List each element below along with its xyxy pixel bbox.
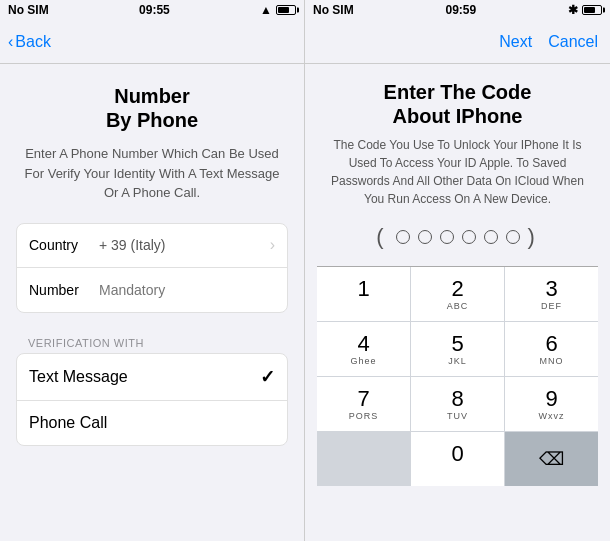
country-row[interactable]: Country + 39 (Italy) › — [17, 224, 287, 268]
key-6[interactable]: 6 MNO — [505, 322, 598, 376]
right-panel: No SIM 09:59 ✱ Next Cancel Enter The Cod… — [305, 0, 610, 541]
key-5[interactable]: 5 JKL — [411, 322, 504, 376]
key-4[interactable]: 4 Ghee — [317, 322, 410, 376]
right-status-icons: ✱ — [568, 3, 602, 17]
verification-header: VERIFICATION WITH — [16, 329, 288, 353]
next-button[interactable]: Next — [499, 33, 532, 51]
right-content: Enter The Code About IPhone The Code You… — [305, 64, 610, 541]
back-label[interactable]: Back — [15, 33, 51, 51]
left-nav-bar: ‹ Back — [0, 20, 304, 64]
number-label: Number — [29, 282, 99, 298]
left-title: Number By Phone — [16, 84, 288, 132]
dot-6 — [506, 230, 520, 244]
wifi-icon: ▲ — [260, 3, 272, 17]
cancel-button[interactable]: Cancel — [548, 33, 598, 51]
dot-3 — [440, 230, 454, 244]
phone-call-label: Phone Call — [29, 414, 275, 432]
right-paren: ) — [528, 224, 539, 250]
battery-icon — [276, 5, 296, 15]
right-carrier: No SIM — [313, 3, 354, 17]
key-2[interactable]: 2 ABC — [411, 267, 504, 321]
code-dots-container: ( ) — [376, 224, 539, 250]
dot-4 — [462, 230, 476, 244]
left-time: 09:55 — [139, 3, 170, 17]
left-description: Enter A Phone Number Which Can Be Used F… — [16, 144, 288, 203]
right-nav-bar: Next Cancel — [305, 20, 610, 64]
key-empty — [317, 432, 410, 486]
checkmark-icon: ✓ — [260, 366, 275, 388]
number-row[interactable]: Number — [17, 268, 287, 312]
left-status-icons: ▲ — [260, 3, 296, 17]
dot-2 — [418, 230, 432, 244]
number-input[interactable] — [99, 282, 275, 298]
key-9[interactable]: 9 Wxvz — [505, 377, 598, 431]
country-value: + 39 (Italy) — [99, 237, 270, 253]
left-content: Number By Phone Enter A Phone Number Whi… — [0, 64, 304, 446]
dot-5 — [484, 230, 498, 244]
phone-form: Country + 39 (Italy) › Number — [16, 223, 288, 313]
delete-icon: ⌫ — [539, 448, 564, 470]
right-time: 09:59 — [445, 3, 476, 17]
key-delete[interactable]: ⌫ — [505, 432, 598, 486]
key-8[interactable]: 8 TUV — [411, 377, 504, 431]
back-button[interactable]: ‹ Back — [8, 33, 51, 51]
back-chevron-icon: ‹ — [8, 33, 13, 51]
verification-section: Text Message ✓ Phone Call — [16, 353, 288, 446]
numpad: 1 2 ABC 3 DEF 4 Ghee 5 JKL 6 MNO — [317, 266, 598, 486]
right-status-bar: No SIM 09:59 ✱ — [305, 0, 610, 20]
bluetooth-icon: ✱ — [568, 3, 578, 17]
left-carrier: No SIM — [8, 3, 49, 17]
right-title: Enter The Code About IPhone — [384, 80, 532, 128]
text-message-label: Text Message — [29, 368, 260, 386]
key-1[interactable]: 1 — [317, 267, 410, 321]
right-battery-icon — [582, 5, 602, 15]
left-panel: No SIM 09:55 ▲ ‹ Back Number By Phone En… — [0, 0, 305, 541]
dot-1 — [396, 230, 410, 244]
country-label: Country — [29, 237, 99, 253]
key-7[interactable]: 7 PORS — [317, 377, 410, 431]
text-message-option[interactable]: Text Message ✓ — [17, 354, 287, 401]
phone-call-option[interactable]: Phone Call — [17, 401, 287, 445]
key-0[interactable]: 0 — [411, 432, 504, 486]
key-3[interactable]: 3 DEF — [505, 267, 598, 321]
left-status-bar: No SIM 09:55 ▲ — [0, 0, 304, 20]
chevron-right-icon: › — [270, 236, 275, 254]
right-description: The Code You Use To Unlock Your IPhone I… — [317, 136, 598, 208]
left-paren: ( — [376, 224, 387, 250]
